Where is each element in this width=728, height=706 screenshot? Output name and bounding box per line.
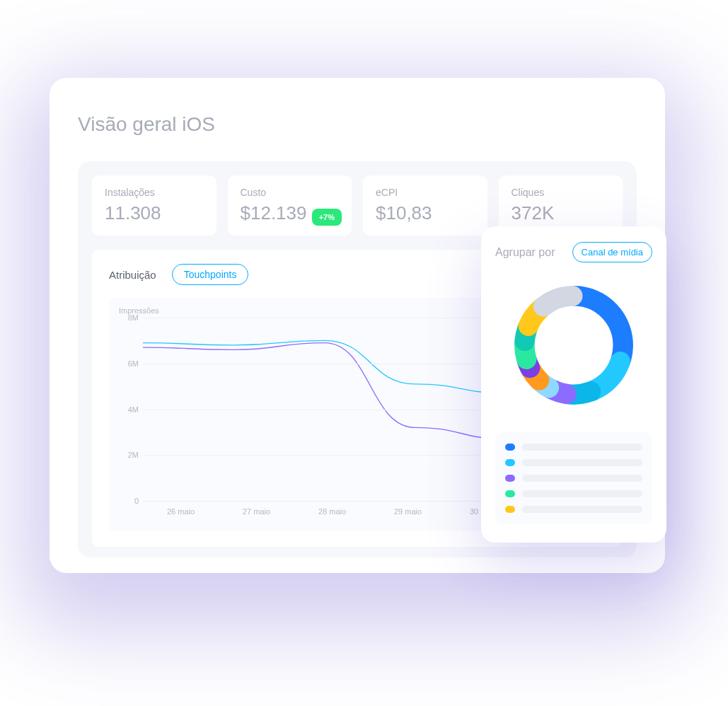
legend-placeholder [522,459,642,466]
delta-badge: +7% [312,209,342,226]
y-tick-label: 8M [119,313,139,322]
donut-legend [495,432,652,524]
legend-dot-icon [505,444,515,451]
stat-value: 11.308 [105,202,204,224]
legend-row [505,459,642,466]
legend-placeholder [522,506,642,513]
stat-value: $10,83 [376,202,475,224]
x-tick-label: 29 maio [370,507,446,516]
stat-card-installs[interactable]: Instalações 11.308 [92,175,216,236]
donut-chart-svg [507,278,641,412]
page-title: Visão geral iOS [78,113,637,136]
donut-wrap [495,278,652,412]
y-tick-label: 2M [119,451,139,459]
tab-attribution[interactable]: Atribuição [109,269,156,281]
legend-row [505,444,642,451]
stat-card-cost[interactable]: Custo $12.139 +7% [228,175,352,236]
stat-label: eCPI [376,187,475,198]
stat-label: Custo [241,187,340,198]
legend-dot-icon [505,475,515,482]
legend-row [505,506,642,513]
x-tick-label: 27 maio [219,507,294,516]
legend-row [505,490,642,497]
legend-placeholder [522,444,642,451]
stat-label: Cliques [512,187,611,198]
stat-label: Instalações [105,187,204,198]
y-tick-label: 6M [119,359,139,368]
legend-dot-icon [505,506,515,513]
legend-placeholder [522,490,642,497]
stat-value: 372K [512,202,611,224]
group-by-card: Agrupar por Canal de mídia [481,226,666,543]
x-tick-label: 26 maio [143,507,219,516]
tab-touchpoints[interactable]: Touchpoints [172,264,249,285]
x-tick-label: 28 maio [294,507,370,516]
stat-card-ecpi[interactable]: eCPI $10,83 [363,175,487,236]
legend-dot-icon [505,459,515,466]
y-tick-label: 0 [119,497,139,505]
legend-row [505,475,642,482]
group-by-select[interactable]: Canal de mídia [572,242,652,262]
legend-placeholder [522,475,642,482]
group-by-title: Agrupar por [495,246,555,259]
legend-dot-icon [505,490,515,497]
group-by-header: Agrupar por Canal de mídia [495,242,652,262]
y-tick-label: 4M [119,405,139,414]
